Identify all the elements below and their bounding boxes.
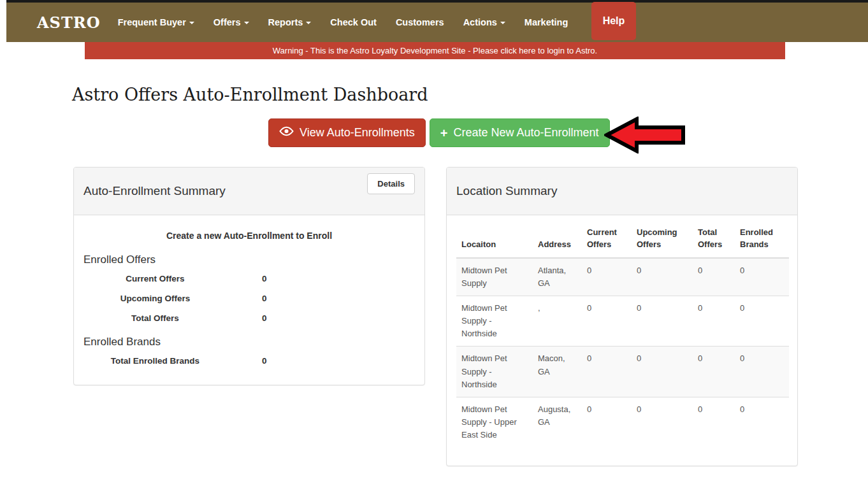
cell-location: Midtown Pet Supply - Northside xyxy=(456,296,533,346)
cell-current-offers: 0 xyxy=(582,347,632,397)
view-auto-enrollments-button[interactable]: View Auto-Enrollments xyxy=(268,118,426,147)
location-panel-body: Locaiton Address Current Offers Upcoming… xyxy=(447,215,797,457)
stat-label: Current Offers xyxy=(83,274,227,283)
create-button-label: Create New Auto-Enrollment xyxy=(453,126,598,139)
nav-item-marketing[interactable]: Marketing xyxy=(515,3,578,42)
summary-panel-title: Auto-Enrollment Summary xyxy=(83,184,226,198)
table-row: Midtown Pet Supply - Northside Macon, GA… xyxy=(456,347,789,397)
eye-icon xyxy=(279,126,294,139)
cell-address: Macon, GA xyxy=(533,347,582,397)
location-summary-panel: Location Summary Locaiton Address Curren… xyxy=(446,167,798,466)
nav-item-actions[interactable]: Actions xyxy=(454,3,515,42)
cell-upcoming-offers: 0 xyxy=(632,258,693,296)
nav-item-frequent-buyer[interactable]: Frequent Buyer xyxy=(108,3,204,42)
astro-dashboard-page: ASTRO Frequent Buyer Offers Reports Chec… xyxy=(0,0,868,486)
column-header-current-offers: Current Offers xyxy=(582,220,632,258)
stat-row-total-enrolled-brands: Total Enrolled Brands 0 xyxy=(83,356,415,366)
column-header-total-offers: Total Offers xyxy=(693,220,735,258)
summary-panel-body: Create a new Auto-Enrollment to Enroll E… xyxy=(74,215,424,385)
cell-enrolled-brands: 0 xyxy=(735,347,789,397)
view-button-label: View Auto-Enrollments xyxy=(300,126,415,139)
table-row: Midtown Pet Supply - Northside , 0 0 0 0 xyxy=(456,296,789,346)
table-row: Midtown Pet Supply - Upper East Side Aug… xyxy=(456,397,789,447)
summary-panel-header: Auto-Enrollment Summary Details xyxy=(74,168,424,215)
caret-down-icon xyxy=(500,22,505,24)
help-button[interactable]: Help xyxy=(591,2,636,40)
stat-row-total-offers: Total Offers 0 xyxy=(83,313,415,323)
nav-item-reports[interactable]: Reports xyxy=(259,3,321,42)
plus-icon: + xyxy=(440,127,448,139)
stat-value: 0 xyxy=(262,313,267,323)
main-navbar: ASTRO Frequent Buyer Offers Reports Chec… xyxy=(6,3,868,42)
caret-down-icon xyxy=(306,22,311,24)
caret-down-icon xyxy=(189,22,194,24)
details-button[interactable]: Details xyxy=(367,173,415,194)
cell-enrolled-brands: 0 xyxy=(735,296,789,346)
table-row: Midtown Pet Supply Atlanta, GA 0 0 0 0 xyxy=(456,258,789,296)
section-heading-enrolled-offers: Enrolled Offers xyxy=(83,254,415,266)
column-header-enrolled-brands: Enrolled Brands xyxy=(735,220,789,258)
page-title: Astro Offers Auto-Enrollment Dashboard xyxy=(72,85,428,104)
cell-total-offers: 0 xyxy=(693,258,735,296)
cell-upcoming-offers: 0 xyxy=(632,296,693,346)
empty-enrollment-message: Create a new Auto-Enrollment to Enroll xyxy=(83,231,415,241)
cell-total-offers: 0 xyxy=(693,397,735,447)
cell-upcoming-offers: 0 xyxy=(632,397,693,447)
location-panel-header: Location Summary xyxy=(447,168,797,215)
cell-enrolled-brands: 0 xyxy=(735,258,789,296)
caret-down-icon xyxy=(244,22,249,24)
cell-location: Midtown Pet Supply - Upper East Side xyxy=(456,397,533,447)
nav-item-check-out[interactable]: Check Out xyxy=(321,3,386,42)
create-auto-enrollment-button[interactable]: + Create New Auto-Enrollment xyxy=(430,118,610,147)
stat-label: Upcoming Offers xyxy=(83,294,227,303)
cell-address: Augusta, GA xyxy=(533,397,582,447)
cell-location: Midtown Pet Supply xyxy=(456,258,533,296)
cell-enrolled-brands: 0 xyxy=(735,397,789,447)
annotation-arrow-left-icon xyxy=(604,117,686,154)
stat-row-current-offers: Current Offers 0 xyxy=(83,274,415,283)
astro-logo[interactable]: ASTRO xyxy=(37,13,101,32)
stat-label: Total Offers xyxy=(83,313,227,323)
column-header-location: Locaiton xyxy=(456,220,533,258)
stat-label: Total Enrolled Brands xyxy=(83,356,227,366)
nav-item-customers[interactable]: Customers xyxy=(386,3,454,42)
stat-value: 0 xyxy=(262,294,267,303)
location-summary-table: Locaiton Address Current Offers Upcoming… xyxy=(456,220,789,447)
dev-site-warning-banner[interactable]: Warning - This is the Astro Loyalty Deve… xyxy=(85,42,785,59)
table-header-row: Locaiton Address Current Offers Upcoming… xyxy=(456,220,789,258)
nav-item-offers[interactable]: Offers xyxy=(204,3,259,42)
stat-value: 0 xyxy=(262,356,267,366)
cell-current-offers: 0 xyxy=(582,397,632,447)
column-header-address: Address xyxy=(533,220,582,258)
stat-row-upcoming-offers: Upcoming Offers 0 xyxy=(83,294,415,303)
cell-upcoming-offers: 0 xyxy=(632,347,693,397)
stat-value: 0 xyxy=(262,274,267,283)
section-heading-enrolled-brands: Enrolled Brands xyxy=(83,336,415,348)
location-panel-title: Location Summary xyxy=(456,184,557,198)
cell-address: Atlanta, GA xyxy=(533,258,582,296)
auto-enrollment-summary-panel: Auto-Enrollment Summary Details Create a… xyxy=(73,167,425,385)
cell-current-offers: 0 xyxy=(582,258,632,296)
dashboard-actions-row: View Auto-Enrollments + Create New Auto-… xyxy=(268,118,610,147)
cell-address: , xyxy=(533,296,582,346)
cell-total-offers: 0 xyxy=(693,347,735,397)
cell-location: Midtown Pet Supply - Northside xyxy=(456,347,533,397)
column-header-upcoming-offers: Upcoming Offers xyxy=(632,220,693,258)
cell-total-offers: 0 xyxy=(693,296,735,346)
cell-current-offers: 0 xyxy=(582,296,632,346)
